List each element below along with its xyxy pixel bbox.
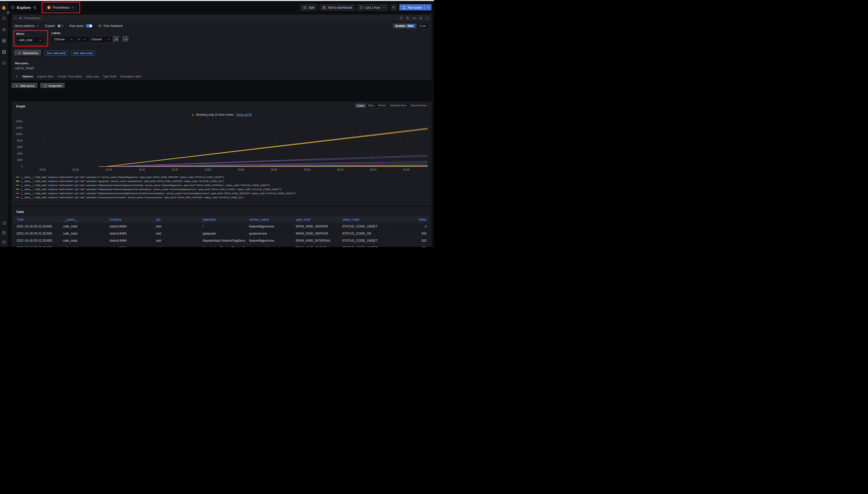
legend-swatch — [16, 189, 19, 190]
table-column-header[interactable]: job — [154, 216, 200, 223]
query-options-row[interactable]: Options Legend: Auto Format: Time series… — [12, 73, 431, 80]
explore-compass-icon — [11, 5, 15, 10]
tab-lines[interactable]: Lines — [355, 103, 366, 108]
legend-swatch — [16, 177, 19, 177]
remove-label-filter-button[interactable] — [113, 36, 120, 43]
label-key-select[interactable]: Choose — [52, 36, 76, 43]
tab-points[interactable]: Points — [376, 103, 388, 108]
add-query-label: Add query — [20, 84, 35, 87]
run-query-dropdown[interactable] — [424, 4, 432, 11]
give-feedback-button[interactable]: Give feedback — [98, 24, 123, 28]
table-column-header[interactable]: instance — [107, 216, 154, 223]
table-cell: 432 — [386, 230, 429, 237]
add-operation-button[interactable]: Operations — [15, 50, 42, 56]
add-label-filter-button[interactable] — [123, 36, 129, 43]
code-mode-tab[interactable]: Code — [417, 23, 429, 28]
tab-bars[interactable]: Bars — [366, 103, 376, 108]
disable-query-eye-icon[interactable] — [413, 17, 416, 20]
inspector-button[interactable]: Inspector — [40, 83, 65, 89]
operations-label: Operations — [23, 52, 38, 55]
share-icon[interactable] — [33, 5, 37, 10]
label-value-select[interactable]: Choose — [89, 36, 113, 43]
sidebar-expand-button[interactable] — [5, 10, 11, 15]
chevron-down-icon — [70, 38, 73, 41]
show-all-series-link[interactable]: Show all 55 — [236, 113, 252, 116]
label-operator-select[interactable]: = — [76, 36, 89, 43]
table-column-header[interactable]: Value — [386, 216, 429, 223]
table-cell: featureflagservice — [247, 237, 293, 244]
add-query-button[interactable]: Add query — [12, 83, 38, 89]
table-cell: /getquote — [200, 230, 247, 237]
hint-add-rate-button[interactable]: hint: add rate() — [45, 51, 68, 56]
sidebar-item-dashboards[interactable] — [2, 39, 6, 43]
drag-handle-icon[interactable] — [426, 17, 429, 20]
table-column-header[interactable]: status_code — [340, 216, 386, 223]
legend-item[interactable]: {__name__="calls_total", instance="otelc… — [16, 175, 429, 179]
table-column-header[interactable]: __name__ — [61, 216, 107, 223]
table-cell: 182 — [386, 237, 429, 244]
query-row-header[interactable]: A (Prometheus) — [12, 15, 431, 21]
datasource-picker[interactable]: Prometheus — [44, 4, 77, 11]
builder-mode-tab[interactable]: Builder Beta — [393, 24, 416, 28]
svg-text:00:00: 00:00 — [271, 168, 277, 171]
sidebar-item-search[interactable] — [2, 16, 6, 21]
split-icon — [303, 5, 307, 10]
tab-stacked-bars[interactable]: Stacked bars — [409, 103, 429, 108]
duplicate-query-icon[interactable] — [406, 17, 409, 20]
legend-swatch — [16, 197, 19, 198]
chevron-right-icon — [6, 11, 10, 14]
legend-item[interactable]: {__name__="calls_total", instance="otelc… — [16, 187, 429, 191]
sidebar-item-alerting[interactable] — [2, 61, 6, 65]
zoom-out-button[interactable] — [390, 4, 397, 11]
table-column-header[interactable]: operation — [200, 216, 247, 223]
legend-swatch — [16, 181, 19, 182]
code-label: Code — [419, 24, 427, 27]
sidebar-item-settings[interactable] — [2, 230, 6, 235]
split-button[interactable]: Split — [300, 4, 317, 11]
table-cell: STATUS_CODE_UNSET — [340, 223, 386, 230]
sidebar-item-starred[interactable] — [2, 27, 6, 32]
sidebar-item-explore[interactable] — [2, 50, 6, 54]
legend-item[interactable]: {__name__="calls_total", instance="otelc… — [16, 195, 429, 199]
add-to-dashboard-button[interactable]: Add to dashboard — [320, 4, 355, 11]
explain-toggle[interactable] — [57, 24, 64, 28]
zoom-out-icon — [392, 5, 396, 10]
delete-query-trash-icon[interactable] — [419, 17, 422, 20]
table-row: 2022-10-16 00:22:29.655calls_totalotelco… — [14, 223, 429, 230]
run-query-button[interactable]: Run query — [399, 4, 432, 11]
legend-item[interactable]: {__name__="calls_total", instance="otelc… — [16, 183, 429, 187]
raw-query-toggle[interactable] — [86, 24, 92, 28]
plus-icon — [15, 84, 18, 88]
tab-stacked-lines[interactable]: Stacked lines — [388, 103, 408, 108]
query-patterns-dropdown[interactable]: Query patterns — [15, 24, 39, 28]
table-column-header[interactable]: span_kind — [293, 216, 340, 223]
option-exemplars: Exemplars: false — [121, 75, 141, 78]
svg-text:23:35: 23:35 — [106, 168, 112, 171]
hint-add-sum-button[interactable]: hint: add sum() — [71, 51, 95, 56]
table-cell: / — [200, 223, 247, 230]
legend-item[interactable]: {__name__="calls_total", instance="otelc… — [16, 179, 429, 183]
table-cell: calls_total — [60, 237, 107, 244]
sidebar-item-help[interactable] — [2, 240, 6, 245]
table-column-header[interactable]: service_name — [247, 216, 293, 223]
legend-item[interactable]: {__name__="calls_total", instance="otelc… — [16, 191, 429, 195]
series-limit-warning: ⚠ Showing only 20 time series. Show all … — [14, 112, 429, 117]
explore-toolbar: Explore Prometheus — [8, 1, 434, 14]
grafana-flame-icon — [1, 5, 6, 10]
legend-label: {__name__="calls_total", instance="otelc… — [21, 180, 223, 183]
metric-select[interactable]: calls_total — [16, 37, 45, 43]
plus-icon — [125, 38, 128, 41]
table-column-header[interactable]: Time — [14, 216, 61, 223]
metric-labels-row: Metric calls_total Labels — [12, 30, 431, 49]
query-help-icon[interactable] — [399, 17, 403, 20]
sidebar-item-sign-in[interactable] — [2, 221, 6, 225]
annotation-box-metric: Metric calls_total — [14, 30, 48, 46]
graph-canvas[interactable]: 0200040006000800010000120001400023:2523:… — [14, 118, 430, 173]
svg-text:23:40: 23:40 — [139, 168, 145, 171]
time-range-picker[interactable]: Last 1 hour — [357, 4, 388, 11]
raw-query-toggle-label: Raw query — [69, 24, 84, 28]
svg-text:00:10: 00:10 — [337, 168, 344, 171]
svg-text:00:15: 00:15 — [370, 168, 377, 171]
table-row: 2022-10-16 00:22:29.655calls_totalotelco… — [14, 237, 429, 244]
svg-text:10000: 10000 — [16, 133, 23, 136]
